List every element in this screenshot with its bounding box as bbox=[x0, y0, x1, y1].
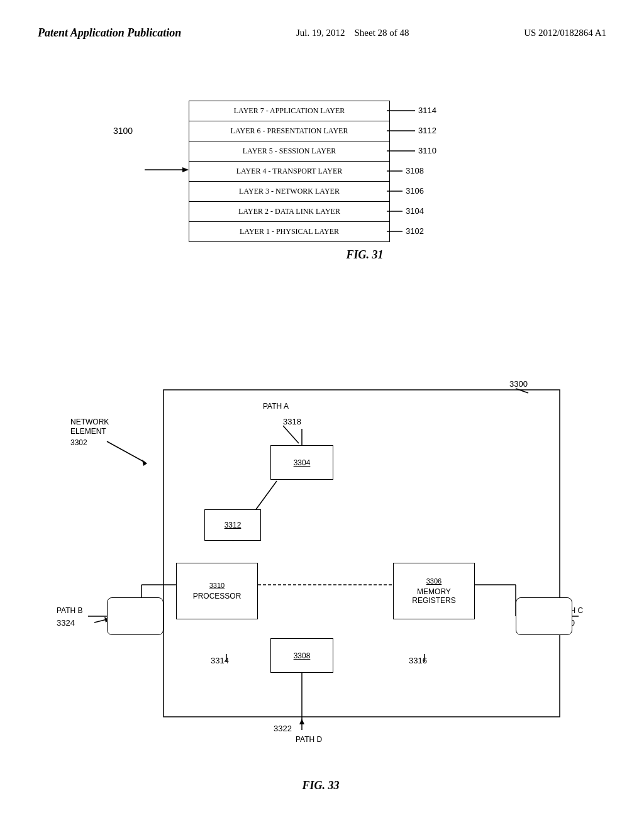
svg-text:PATH A: PATH A bbox=[263, 402, 289, 411]
svg-text:3114: 3114 bbox=[418, 106, 436, 115]
box-3308-label: 3308 bbox=[294, 651, 311, 660]
svg-text:3318: 3318 bbox=[283, 417, 301, 426]
layer1-cell: LAYER 1 - PHYSICAL LAYER bbox=[189, 222, 390, 242]
table-row: LAYER 6 - PRESENTATION LAYER bbox=[189, 121, 390, 141]
fig33-connections: 3300 NETWORK ELEMENT 3302 PATH A 3318 PA… bbox=[38, 371, 604, 799]
svg-marker-1 bbox=[182, 167, 189, 172]
svg-line-26 bbox=[283, 426, 299, 443]
svg-text:PATH D: PATH D bbox=[296, 735, 323, 744]
svg-text:3300: 3300 bbox=[509, 379, 528, 389]
table-row: LAYER 7 - APPLICATION LAYER bbox=[189, 101, 390, 121]
left-rounded-box bbox=[107, 597, 164, 635]
svg-text:ELEMENT: ELEMENT bbox=[70, 427, 106, 436]
sheet-label: Sheet 28 of 48 bbox=[354, 28, 409, 38]
svg-text:3110: 3110 bbox=[418, 146, 436, 155]
memory-label: MEMORY REGISTERS bbox=[412, 587, 455, 605]
box-3310: 3310 PROCESSOR bbox=[176, 563, 258, 619]
table-row: LAYER 1 - PHYSICAL LAYER bbox=[189, 222, 390, 242]
fig31-diagram: 3100 LAYER 7 - APPLICATION LAYER LAYER 6… bbox=[113, 101, 541, 262]
svg-text:3108: 3108 bbox=[406, 166, 424, 175]
date-sheet: Jul. 19, 2012 Sheet 28 of 48 bbox=[296, 25, 409, 38]
box-3312-label: 3312 bbox=[225, 521, 242, 529]
box-3312: 3312 bbox=[204, 509, 261, 541]
fig31-refs-svg: 3114 3112 3110 3108 3106 3104 3102 bbox=[384, 101, 459, 245]
fig33-diagram: 3300 NETWORK ELEMENT 3302 PATH A 3318 PA… bbox=[38, 371, 604, 799]
table-row: LAYER 2 - DATA LINK LAYER bbox=[189, 202, 390, 222]
page-header: Patent Application Publication Jul. 19, … bbox=[0, 0, 644, 53]
publication-title: Patent Application Publication bbox=[38, 25, 181, 41]
table-row: LAYER 4 - TRANSPORT LAYER bbox=[189, 162, 390, 182]
layer3-cell: LAYER 3 - NETWORK LAYER bbox=[189, 182, 390, 202]
table-row: LAYER 3 - NETWORK LAYER bbox=[189, 182, 390, 202]
svg-text:3324: 3324 bbox=[57, 618, 75, 628]
layer6-cell: LAYER 6 - PRESENTATION LAYER bbox=[189, 121, 390, 141]
fig31-caption: FIG. 31 bbox=[189, 248, 541, 262]
box-3304-label: 3304 bbox=[294, 458, 311, 467]
svg-marker-38 bbox=[299, 719, 304, 724]
svg-marker-23 bbox=[142, 460, 147, 466]
patent-number: US 2012/0182864 A1 bbox=[524, 25, 606, 38]
osi-layers-table: LAYER 7 - APPLICATION LAYER LAYER 6 - PR… bbox=[189, 101, 390, 242]
layer4-cell: LAYER 4 - TRANSPORT LAYER bbox=[189, 162, 390, 182]
fig33-caption: FIG. 33 bbox=[38, 779, 604, 792]
box-3308: 3308 bbox=[270, 638, 333, 673]
processor-label: PROCESSOR bbox=[193, 592, 242, 600]
layer5-cell: LAYER 5 - SESSION LAYER bbox=[189, 141, 390, 162]
svg-rect-16 bbox=[164, 390, 560, 717]
svg-text:3302: 3302 bbox=[70, 438, 87, 447]
layer2-cell: LAYER 2 - DATA LINK LAYER bbox=[189, 202, 390, 222]
right-rounded-box bbox=[516, 597, 572, 635]
svg-text:3314: 3314 bbox=[211, 656, 229, 665]
box-3304: 3304 bbox=[270, 445, 333, 480]
svg-line-22 bbox=[107, 441, 145, 462]
svg-text:3106: 3106 bbox=[406, 186, 424, 196]
svg-line-29 bbox=[94, 619, 107, 622]
svg-text:3112: 3112 bbox=[418, 126, 436, 135]
svg-text:3322: 3322 bbox=[274, 724, 292, 733]
svg-text:3102: 3102 bbox=[406, 226, 424, 236]
date-label: Jul. 19, 2012 bbox=[296, 28, 345, 38]
svg-text:PATH B: PATH B bbox=[57, 606, 83, 615]
table-row: LAYER 5 - SESSION LAYER bbox=[189, 141, 390, 162]
box-3306: 3306 MEMORY REGISTERS bbox=[393, 563, 475, 619]
svg-text:NETWORK: NETWORK bbox=[70, 418, 109, 426]
layer7-cell: LAYER 7 - APPLICATION LAYER bbox=[189, 101, 390, 121]
svg-line-18 bbox=[516, 389, 528, 393]
svg-text:3104: 3104 bbox=[406, 206, 424, 216]
box-3310-label: 3310 bbox=[209, 582, 225, 589]
box-3306-label: 3306 bbox=[426, 577, 441, 585]
svg-text:3316: 3316 bbox=[409, 656, 427, 665]
fig31-brace-svg bbox=[113, 101, 195, 245]
